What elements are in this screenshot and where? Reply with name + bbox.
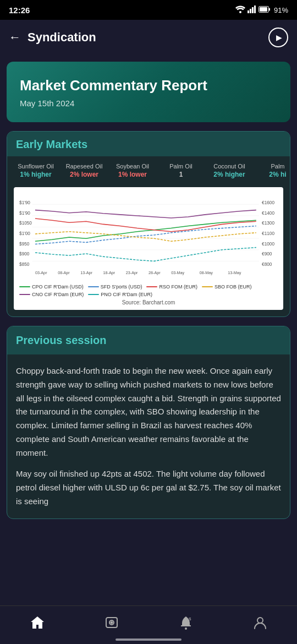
watch-icon	[104, 615, 119, 630]
svg-rect-1	[248, 10, 249, 13]
oil-item-palm: Palm Oil 1	[157, 162, 205, 179]
legend-cno: CNO CIF R'Dam (EUR)	[19, 292, 84, 297]
chart-legend: CPO CIF R'Dam (USD) SFD S'ports (USD) RS…	[18, 284, 279, 297]
oil-item-coconut: Coconut Oil 2% higher	[205, 162, 254, 179]
svg-text:03-May: 03-May	[171, 270, 184, 275]
battery-percent: 91%	[274, 6, 288, 14]
svg-text:€1600: €1600	[262, 200, 274, 205]
battery-icon	[258, 6, 271, 14]
legend-sfd: SFD S'ports (USD)	[88, 284, 142, 290]
svg-text:13-May: 13-May	[228, 270, 241, 275]
alerts-icon: $	[178, 615, 194, 630]
svg-text:08-May: 08-May	[200, 270, 213, 275]
play-button[interactable]: ▶	[268, 28, 288, 47]
prev-session-body: Choppy back-and-forth trade to begin the…	[7, 354, 290, 519]
oil-item-sunflower: Sunflower Oil 1% higher	[12, 162, 60, 179]
svg-text:$900: $900	[19, 252, 30, 256]
svg-point-40	[111, 621, 112, 623]
early-markets-header: Early Markets	[7, 132, 290, 156]
market-commentary-card[interactable]: Market Commentary Report May 15th 2024	[7, 62, 290, 122]
svg-text:$: $	[189, 616, 191, 621]
svg-point-41	[185, 627, 187, 630]
status-bar: 12:26 91%	[0, 0, 297, 20]
oil-item-rapeseed: Rapeseed Oil 2% lower	[60, 162, 108, 179]
svg-text:23-Apr: 23-Apr	[126, 270, 138, 275]
svg-rect-2	[250, 9, 251, 13]
svg-text:$1050: $1050	[19, 221, 32, 226]
content-area: Market Commentary Report May 15th 2024 E…	[0, 55, 297, 526]
home-indicator	[116, 638, 182, 641]
previous-session-card: Previous session Choppy back-and-forth t…	[7, 326, 290, 519]
svg-text:03-Apr: 03-Apr	[35, 270, 47, 275]
market-commentary-title: Market Commentary Report	[20, 77, 277, 94]
svg-rect-3	[252, 7, 254, 13]
legend-rso: RSO FOM (EUR)	[146, 284, 197, 290]
svg-point-0	[239, 11, 241, 13]
page-title: Syndication	[28, 30, 268, 45]
svg-text:€800: €800	[262, 262, 272, 267]
market-chart: $1'90 $1'90 $1050 $1'00 $950 $900 $850 €…	[14, 187, 283, 310]
oil-item-palm2: Palm 2% hi	[254, 162, 290, 179]
signal-icon	[248, 6, 256, 15]
svg-text:€1000: €1000	[262, 242, 274, 247]
chart-svg: $1'90 $1'90 $1050 $1'00 $950 $900 $850 €…	[18, 192, 279, 280]
prev-session-paragraph-2: May soy oil finished up 42pts at 4502. T…	[16, 467, 281, 508]
legend-cpo: CPO CIF R'Dam (USD)	[19, 284, 84, 290]
nav-home[interactable]	[21, 611, 54, 634]
svg-text:28-Apr: 28-Apr	[148, 270, 161, 275]
oil-prices-row: Sunflower Oil 1% higher Rapeseed Oil 2% …	[7, 156, 290, 183]
svg-text:$1'00: $1'00	[19, 231, 30, 236]
prev-session-paragraph-1: Choppy back-and-forth trade to begin the…	[16, 364, 281, 460]
svg-rect-6	[260, 7, 267, 12]
main-content: Market Commentary Report May 15th 2024 E…	[0, 55, 297, 570]
legend-pno: PNO CIF R'Dam (EUR)	[88, 292, 152, 297]
svg-text:13-Apr: 13-Apr	[80, 270, 92, 275]
prev-session-title: Previous session	[16, 334, 281, 347]
profile-icon	[252, 615, 268, 630]
early-markets-title: Early Markets	[16, 138, 281, 151]
early-markets-card: Early Markets Sunflower Oil 1% higher Ra…	[7, 131, 290, 317]
nav-watch[interactable]	[95, 611, 128, 634]
nav-alerts[interactable]: $	[169, 611, 202, 634]
back-button[interactable]: ←	[9, 30, 21, 45]
svg-text:€1100: €1100	[262, 231, 274, 236]
oil-item-soybean: Soybean Oil 1% lower	[108, 162, 157, 179]
nav-profile[interactable]	[244, 611, 277, 634]
status-time: 12:26	[9, 6, 30, 15]
app-header: ← Syndication ▶	[0, 20, 297, 55]
wifi-icon	[235, 6, 245, 15]
svg-text:€1300: €1300	[262, 221, 274, 226]
svg-rect-4	[254, 6, 256, 13]
legend-sbo: SBO FOB (EUR)	[202, 284, 252, 290]
status-icons: 91%	[235, 6, 288, 15]
svg-text:$1'90: $1'90	[19, 211, 30, 216]
chart-source: Source: Barchart.com	[18, 299, 279, 305]
svg-text:€900: €900	[262, 252, 272, 256]
prev-session-header: Previous session	[7, 326, 290, 354]
svg-point-43	[257, 618, 263, 623]
svg-text:$1'90: $1'90	[19, 200, 30, 205]
home-icon	[30, 615, 45, 630]
svg-text:08-Apr: 08-Apr	[58, 270, 70, 275]
market-commentary-date: May 15th 2024	[20, 99, 277, 108]
svg-text:$850: $850	[19, 262, 30, 267]
svg-text:$950: $950	[19, 242, 30, 247]
svg-rect-7	[269, 8, 270, 10]
svg-text:18-Apr: 18-Apr	[103, 270, 116, 275]
svg-text:€1400: €1400	[262, 211, 274, 216]
play-icon: ▶	[276, 33, 282, 42]
